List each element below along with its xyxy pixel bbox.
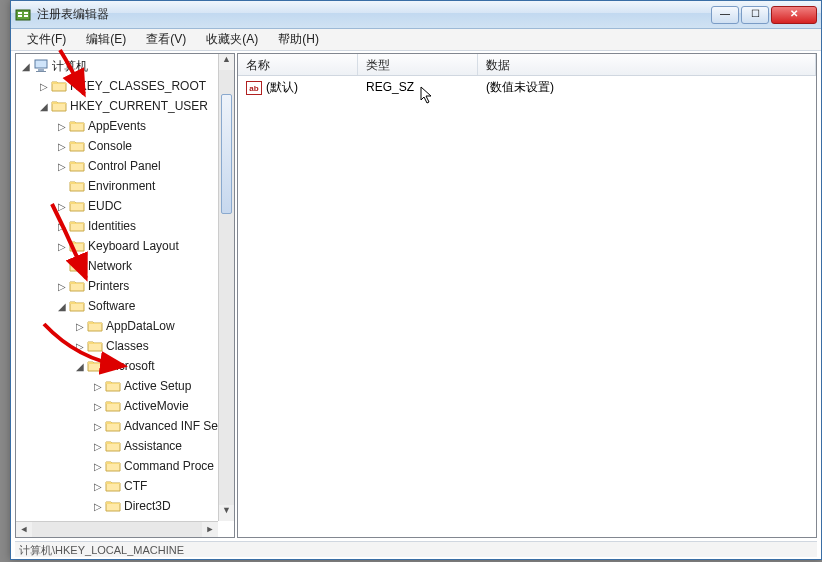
expander-icon[interactable]: ◢ — [38, 101, 50, 112]
tree-label: Network — [88, 259, 132, 273]
expander-icon[interactable]: ▷ — [74, 321, 86, 332]
tree-item[interactable]: ▷AppDataLow — [16, 316, 218, 336]
svg-rect-1 — [18, 12, 22, 14]
tree-vertical-scrollbar[interactable]: ▲ ▼ — [218, 54, 234, 521]
expander-icon[interactable]: ▷ — [92, 501, 104, 512]
menu-edit[interactable]: 编辑(E) — [76, 29, 136, 50]
value-type: REG_SZ — [358, 80, 478, 94]
tree-item[interactable]: ▷CTF — [16, 476, 218, 496]
tree-item[interactable]: ◢Software — [16, 296, 218, 316]
expander-icon[interactable]: ▷ — [56, 241, 68, 252]
values-list[interactable]: ab(默认)REG_SZ(数值未设置) — [238, 76, 816, 98]
expander-icon[interactable]: ◢ — [56, 301, 68, 312]
tree-label: Printers — [88, 279, 129, 293]
expander-icon[interactable]: ▷ — [56, 121, 68, 132]
scroll-down-arrow-icon[interactable]: ▼ — [219, 505, 234, 521]
expander-icon[interactable]: ▷ — [92, 401, 104, 412]
expander-icon[interactable]: ▷ — [92, 461, 104, 472]
tree-item[interactable]: ▷Assistance — [16, 436, 218, 456]
expander-icon[interactable]: ▷ — [56, 161, 68, 172]
tree-item[interactable]: ▷Command Proce — [16, 456, 218, 476]
values-pane: 名称 类型 数据 ab(默认)REG_SZ(数值未设置) — [237, 53, 817, 538]
folder-icon — [69, 259, 85, 273]
svg-rect-2 — [18, 15, 22, 17]
tree-item[interactable]: ◢HKEY_CURRENT_USER — [16, 96, 218, 116]
tree-item[interactable]: ▷Printers — [16, 276, 218, 296]
menu-file[interactable]: 文件(F) — [17, 29, 76, 50]
scroll-up-arrow-icon[interactable]: ▲ — [219, 54, 234, 70]
tree-item[interactable]: ▷EUDC — [16, 196, 218, 216]
titlebar[interactable]: 注册表编辑器 — ☐ ✕ — [11, 1, 821, 29]
expander-icon[interactable]: ▷ — [56, 141, 68, 152]
tree-item[interactable]: ◢Microsoft — [16, 356, 218, 376]
folder-icon — [87, 319, 103, 333]
column-type[interactable]: 类型 — [358, 54, 478, 75]
tree-item[interactable]: ▷Active Setup — [16, 376, 218, 396]
value-row[interactable]: ab(默认)REG_SZ(数值未设置) — [238, 78, 816, 96]
column-data[interactable]: 数据 — [478, 54, 816, 75]
scroll-thumb[interactable] — [221, 94, 232, 214]
expander-icon[interactable]: ▷ — [74, 341, 86, 352]
statusbar: 计算机\HKEY_LOCAL_MACHINE — [15, 541, 817, 557]
tree-item[interactable]: Environment — [16, 176, 218, 196]
tree-item[interactable]: ▷AppEvents — [16, 116, 218, 136]
menu-view[interactable]: 查看(V) — [136, 29, 196, 50]
tree-item[interactable]: ▷Keyboard Layout — [16, 236, 218, 256]
tree-item[interactable]: ▷Control Panel — [16, 156, 218, 176]
tree-root[interactable]: ◢计算机 — [16, 56, 218, 76]
expander-icon[interactable]: ▷ — [92, 481, 104, 492]
folder-icon — [51, 79, 67, 93]
tree-label: 计算机 — [52, 58, 88, 75]
registry-editor-window: 注册表编辑器 — ☐ ✕ 文件(F) 编辑(E) 查看(V) 收藏夹(A) 帮助… — [10, 0, 822, 560]
close-button[interactable]: ✕ — [771, 6, 817, 24]
value-data: (数值未设置) — [478, 79, 816, 96]
tree-item[interactable]: ▷Identities — [16, 216, 218, 236]
computer-icon — [33, 59, 49, 73]
maximize-button[interactable]: ☐ — [741, 6, 769, 24]
expander-icon[interactable]: ▷ — [38, 81, 50, 92]
tree-label: CTF — [124, 479, 147, 493]
svg-rect-4 — [24, 15, 28, 17]
expander-icon[interactable]: ▷ — [92, 381, 104, 392]
menu-favorites[interactable]: 收藏夹(A) — [196, 29, 268, 50]
tree-label: Control Panel — [88, 159, 161, 173]
svg-rect-7 — [36, 71, 46, 72]
scroll-right-arrow-icon[interactable]: ► — [202, 522, 218, 537]
expander-icon[interactable]: ▷ — [56, 201, 68, 212]
tree-item[interactable]: ▷Direct3D — [16, 496, 218, 516]
folder-icon — [69, 279, 85, 293]
tree-item[interactable]: ▷ActiveMovie — [16, 396, 218, 416]
tree-item[interactable]: ▷HKEY_CLASSES_ROOT — [16, 76, 218, 96]
expander-icon[interactable]: ◢ — [74, 361, 86, 372]
expander-icon[interactable]: ◢ — [20, 61, 32, 72]
folder-icon — [105, 379, 121, 393]
folder-icon — [105, 499, 121, 513]
folder-icon — [105, 459, 121, 473]
scroll-left-arrow-icon[interactable]: ◄ — [16, 522, 32, 537]
minimize-button[interactable]: — — [711, 6, 739, 24]
tree-item[interactable]: ▷Console — [16, 136, 218, 156]
expander-icon[interactable]: ▷ — [92, 441, 104, 452]
tree-item[interactable]: Network — [16, 256, 218, 276]
svg-rect-5 — [35, 60, 47, 68]
tree-label: HKEY_CURRENT_USER — [70, 99, 208, 113]
tree-item[interactable]: ▷Classes — [16, 336, 218, 356]
folder-icon — [69, 179, 85, 193]
tree-label: EUDC — [88, 199, 122, 213]
folder-icon — [87, 359, 103, 373]
folder-icon — [105, 419, 121, 433]
column-name[interactable]: 名称 — [238, 54, 358, 75]
tree-label: Command Proce — [124, 459, 214, 473]
expander-icon[interactable]: ▷ — [56, 281, 68, 292]
registry-tree[interactable]: ◢计算机▷HKEY_CLASSES_ROOT◢HKEY_CURRENT_USER… — [16, 54, 218, 537]
tree-label: Advanced INF Se — [124, 419, 218, 433]
tree-item[interactable]: ▷Advanced INF Se — [16, 416, 218, 436]
svg-rect-3 — [24, 12, 28, 14]
folder-icon — [69, 239, 85, 253]
values-header[interactable]: 名称 类型 数据 — [238, 54, 816, 76]
tree-horizontal-scrollbar[interactable]: ◄ ► — [16, 521, 218, 537]
menubar: 文件(F) 编辑(E) 查看(V) 收藏夹(A) 帮助(H) — [11, 29, 821, 51]
expander-icon[interactable]: ▷ — [56, 221, 68, 232]
menu-help[interactable]: 帮助(H) — [268, 29, 329, 50]
expander-icon[interactable]: ▷ — [92, 421, 104, 432]
